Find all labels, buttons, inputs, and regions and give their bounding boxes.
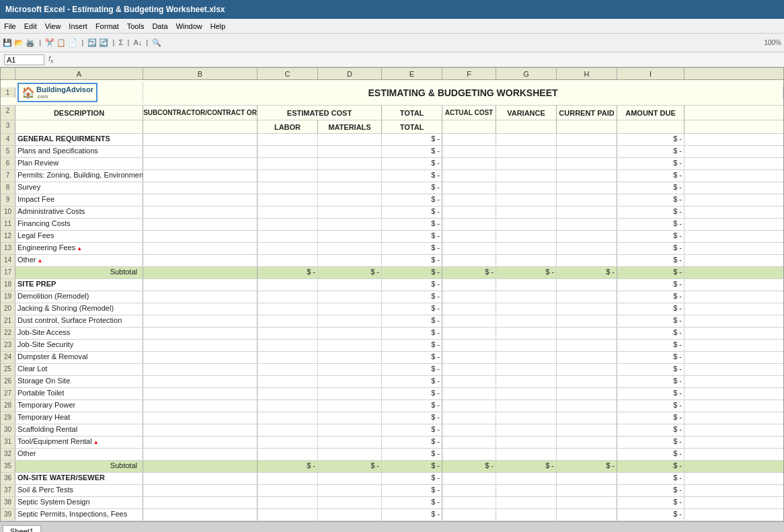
cell-c27[interactable] — [258, 388, 318, 400]
cell-b9[interactable] — [143, 194, 258, 206]
cell-g9[interactable] — [496, 194, 557, 206]
cell-i14[interactable]: $ - — [617, 255, 684, 266]
cell-i22[interactable]: $ - — [617, 328, 684, 339]
cell-a24[interactable]: Dumpster & Removal — [15, 352, 143, 363]
cell-d5[interactable] — [318, 146, 382, 157]
sheet-tab-1[interactable]: Sheet1 — [3, 525, 41, 532]
cell-d9[interactable] — [318, 194, 382, 206]
cell-f37[interactable] — [442, 485, 496, 496]
cell-h30[interactable] — [557, 424, 617, 436]
cell-b12[interactable] — [143, 231, 258, 242]
cell-f8[interactable] — [442, 182, 496, 194]
cell-f39[interactable] — [442, 509, 496, 521]
cell-b36[interactable] — [143, 473, 258, 484]
cell-i13[interactable]: $ - — [617, 243, 684, 254]
cell-i12[interactable]: $ - — [617, 231, 684, 242]
col-header-h[interactable]: H — [557, 68, 617, 79]
cell-c30[interactable] — [258, 424, 318, 436]
cell-i19[interactable]: $ - — [617, 291, 684, 303]
cell-h35[interactable]: $ - — [557, 461, 617, 472]
cell-f12[interactable] — [442, 231, 496, 242]
cell-c10[interactable] — [258, 206, 318, 218]
cell-d39[interactable] — [318, 509, 382, 521]
col-header-c[interactable]: C — [258, 68, 318, 79]
cell-d10[interactable] — [318, 206, 382, 218]
cell-b20[interactable] — [143, 303, 258, 315]
cell-c17[interactable]: $ - — [258, 267, 318, 278]
cell-g25[interactable] — [496, 364, 557, 375]
cell-d8[interactable] — [318, 182, 382, 194]
cell-d27[interactable] — [318, 388, 382, 400]
cell-g26[interactable] — [496, 376, 557, 387]
cell-c32[interactable] — [258, 449, 318, 460]
cell-i10[interactable]: $ - — [617, 206, 684, 218]
cell-a35[interactable]: Subtotal — [15, 461, 143, 472]
cell-e35[interactable]: $ - — [382, 461, 442, 472]
cell-i26[interactable]: $ - — [617, 376, 684, 387]
cell-a5[interactable]: Plans and Specifications — [15, 146, 143, 157]
col-header-b[interactable]: B — [143, 68, 258, 79]
cell-c38[interactable] — [258, 497, 318, 508]
cell-d14[interactable] — [318, 255, 382, 266]
cell-b4[interactable] — [143, 134, 258, 145]
cell-f38[interactable] — [442, 497, 496, 508]
cell-g32[interactable] — [496, 449, 557, 460]
cell-i32[interactable]: $ - — [617, 449, 684, 460]
cell-f7[interactable] — [442, 170, 496, 182]
menu-view[interactable]: View — [45, 22, 61, 30]
cell-i5[interactable]: $ - — [617, 146, 684, 157]
cell-i6[interactable]: $ - — [617, 158, 684, 169]
cell-f17[interactable]: $ - — [442, 267, 496, 278]
cell-b18[interactable] — [143, 279, 258, 291]
cell-h29[interactable] — [557, 412, 617, 424]
cell-g38[interactable] — [496, 497, 557, 508]
cell-b7[interactable] — [143, 170, 258, 182]
cell-d28[interactable] — [318, 400, 382, 412]
cell-d7[interactable] — [318, 170, 382, 182]
cell-c37[interactable] — [258, 485, 318, 496]
cell-g18[interactable] — [496, 279, 557, 291]
cell-g13[interactable] — [496, 243, 557, 254]
cell-a13[interactable]: Engineering Fees▲ — [15, 243, 143, 254]
cell-f14[interactable] — [442, 255, 496, 266]
cell-h28[interactable] — [557, 400, 617, 412]
cell-c25[interactable] — [258, 364, 318, 375]
cell-e22[interactable]: $ - — [382, 328, 442, 339]
col-header-f[interactable]: F — [442, 68, 496, 79]
cell-e38[interactable]: $ - — [382, 497, 442, 508]
cell-d32[interactable] — [318, 449, 382, 460]
cell-h18[interactable] — [557, 279, 617, 291]
cell-b31[interactable] — [143, 436, 258, 448]
cell-f4[interactable] — [442, 134, 496, 145]
cell-g5[interactable] — [496, 146, 557, 157]
cell-c28[interactable] — [258, 400, 318, 412]
cell-a31[interactable]: Tool/Equipment Rental▲ — [15, 436, 143, 448]
cell-f21[interactable] — [442, 315, 496, 327]
cell-g8[interactable] — [496, 182, 557, 194]
cell-b30[interactable] — [143, 424, 258, 436]
cell-h17[interactable]: $ - — [557, 267, 617, 278]
cell-h4[interactable] — [557, 134, 617, 145]
cell-a36[interactable]: ON-SITE WATER/SEWER — [15, 473, 143, 484]
cell-b23[interactable] — [143, 340, 258, 351]
cell-g30[interactable] — [496, 424, 557, 436]
cell-f29[interactable] — [442, 412, 496, 424]
cell-e24[interactable]: $ - — [382, 352, 442, 363]
cell-c13[interactable] — [258, 243, 318, 254]
menu-insert[interactable]: Insert — [69, 22, 87, 30]
cell-d6[interactable] — [318, 158, 382, 169]
cell-h8[interactable] — [557, 182, 617, 194]
cell-a20[interactable]: Jacking & Shoring (Remodel) — [15, 303, 143, 315]
cell-g7[interactable] — [496, 170, 557, 182]
cell-h6[interactable] — [557, 158, 617, 169]
cell-b28[interactable] — [143, 400, 258, 412]
cell-b5[interactable] — [143, 146, 258, 157]
cell-e31[interactable]: $ - — [382, 436, 442, 448]
cell-a38[interactable]: Septic System Design — [15, 497, 143, 508]
cell-f35[interactable]: $ - — [442, 461, 496, 472]
cell-f28[interactable] — [442, 400, 496, 412]
menu-window[interactable]: Window — [176, 22, 202, 30]
cell-i31[interactable]: $ - — [617, 436, 684, 448]
col-header-d[interactable]: D — [318, 68, 382, 79]
cell-a8[interactable]: Survey — [15, 182, 143, 194]
